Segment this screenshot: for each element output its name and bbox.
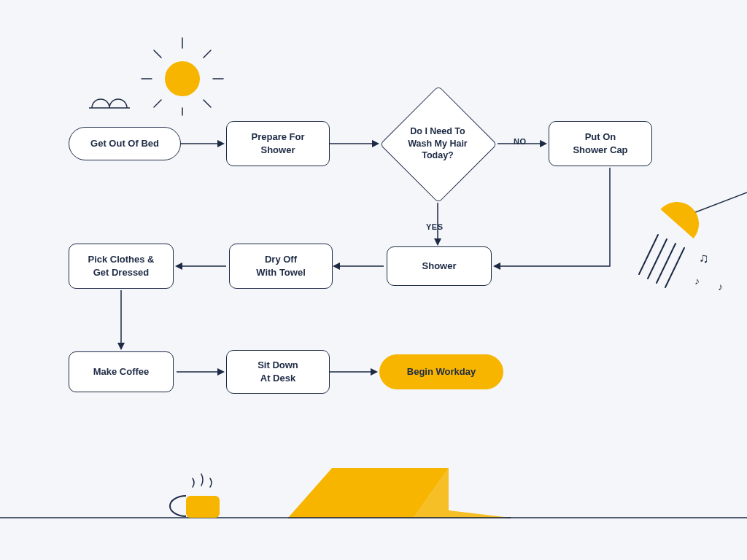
svg-line-11 <box>639 235 658 274</box>
node-label: Sit DownAt Desk <box>258 359 298 384</box>
laptop-icon <box>288 468 511 518</box>
svg-text:♫: ♫ <box>699 251 709 265</box>
edge-label-yes: YES <box>426 222 444 231</box>
node-label: Dry OffWith Towel <box>256 253 306 279</box>
node-dress: Pick Clothes &Get Dressed <box>69 244 174 289</box>
svg-line-13 <box>657 244 676 283</box>
node-coffee: Make Coffee <box>69 351 174 392</box>
svg-text:♪: ♪ <box>718 281 723 292</box>
music-notes-icon: ♫ ♪ ♪ <box>694 251 723 292</box>
node-shower: Shower <box>387 246 492 286</box>
sun-icon <box>142 38 223 115</box>
coffee-mug-icon <box>170 474 220 518</box>
node-label: Put OnShower Cap <box>573 131 627 156</box>
svg-rect-18 <box>186 496 220 518</box>
node-end: Begin Workday <box>379 354 503 389</box>
svg-line-7 <box>204 100 211 107</box>
cloud-icon <box>89 99 130 108</box>
node-label: Begin Workday <box>407 365 476 378</box>
node-label: Make Coffee <box>93 365 150 378</box>
flowchart-stage: ♫ ♪ ♪ <box>0 0 747 560</box>
svg-line-6 <box>154 50 161 58</box>
node-label: Get Out Of Bed <box>90 137 159 150</box>
svg-line-10 <box>678 192 747 219</box>
node-decision: Do I Need ToWash My HairToday? <box>379 85 496 202</box>
svg-line-8 <box>154 100 161 107</box>
node-label: Shower <box>422 260 457 273</box>
svg-point-1 <box>165 61 200 96</box>
edge-label-no: NO <box>514 137 527 146</box>
svg-line-12 <box>648 239 667 279</box>
svg-text:♪: ♪ <box>694 275 700 287</box>
node-label: Pick Clothes &Get Dressed <box>88 253 154 279</box>
node-dry: Dry OffWith Towel <box>229 244 333 289</box>
node-label: Prepare ForShower <box>252 131 305 156</box>
svg-line-5 <box>204 50 211 58</box>
node-desk: Sit DownAt Desk <box>226 350 330 394</box>
node-prepare: Prepare ForShower <box>226 121 330 166</box>
node-label: Do I Need ToWash My HairToday? <box>408 125 468 163</box>
showerhead-icon <box>639 192 747 287</box>
node-start: Get Out Of Bed <box>69 127 181 160</box>
svg-line-14 <box>665 248 684 287</box>
node-cap: Put OnShower Cap <box>549 121 652 166</box>
